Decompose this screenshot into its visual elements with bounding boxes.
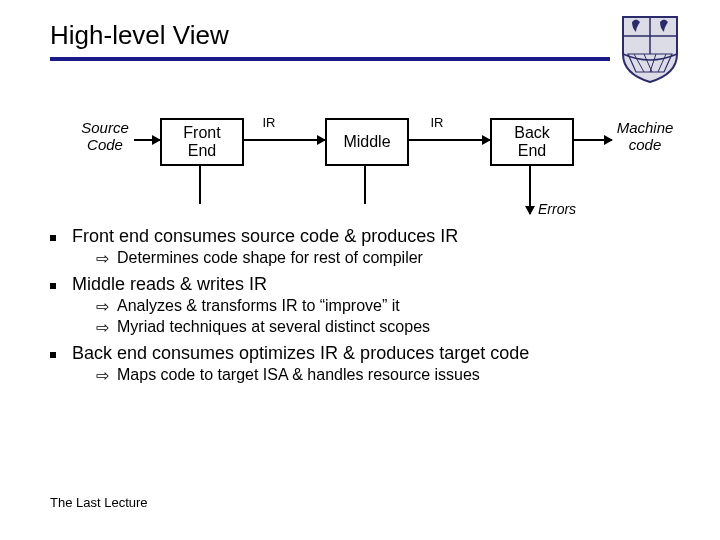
error-line-back [529, 164, 531, 214]
bullet-text: Front end consumes source code & produce… [72, 226, 458, 247]
error-line-middle [364, 164, 366, 204]
bullet-text: Middle reads & writes IR [72, 274, 267, 295]
crest-logo [620, 14, 680, 84]
pipeline-diagram: SourceCode FrontEnd IR Middle IR BackEnd… [50, 114, 680, 204]
arrow-source-to-front [134, 139, 160, 141]
machine-code-label: Machinecode [610, 120, 680, 153]
sub-bullet-item: ⇨ Determines code shape for rest of comp… [96, 249, 680, 268]
error-line-front [199, 164, 201, 204]
sub-bullet-text: Maps code to target ISA & handles resour… [117, 366, 480, 384]
errors-label: Errors [538, 201, 576, 217]
front-end-box: FrontEnd [160, 118, 244, 166]
middle-box: Middle [325, 118, 409, 166]
bullet-item: Back end consumes optimizes IR & produce… [50, 343, 680, 364]
bullet-dot-icon [50, 235, 56, 241]
bullet-dot-icon [50, 283, 56, 289]
sub-bullet-item: ⇨ Analyzes & transforms IR to “improve” … [96, 297, 680, 316]
sub-bullet-arrow-icon: ⇨ [96, 366, 109, 385]
back-end-box: BackEnd [490, 118, 574, 166]
title-underline [50, 57, 610, 61]
sub-bullet-arrow-icon: ⇨ [96, 249, 109, 268]
arrow-front-to-middle [242, 139, 325, 141]
sub-bullet-arrow-icon: ⇨ [96, 297, 109, 316]
ir-label-2: IR [422, 116, 452, 130]
sub-bullet-text: Analyzes & transforms IR to “improve” it [117, 297, 400, 315]
bullet-item: Middle reads & writes IR [50, 274, 680, 295]
arrow-back-to-machine [572, 139, 612, 141]
bullet-list: Front end consumes source code & produce… [50, 226, 680, 385]
source-code-label: SourceCode [75, 120, 135, 153]
bullet-dot-icon [50, 352, 56, 358]
bullet-text: Back end consumes optimizes IR & produce… [72, 343, 529, 364]
sub-bullet-text: Myriad techniques at several distinct sc… [117, 318, 430, 336]
page-title: High-level View [50, 20, 610, 51]
sub-bullet-item: ⇨ Myriad techniques at several distinct … [96, 318, 680, 337]
sub-bullet-arrow-icon: ⇨ [96, 318, 109, 337]
arrow-middle-to-back [407, 139, 490, 141]
ir-label-1: IR [254, 116, 284, 130]
sub-bullet-text: Determines code shape for rest of compil… [117, 249, 423, 267]
bullet-item: Front end consumes source code & produce… [50, 226, 680, 247]
footer-text: The Last Lecture [50, 495, 148, 510]
sub-bullet-item: ⇨ Maps code to target ISA & handles reso… [96, 366, 680, 385]
